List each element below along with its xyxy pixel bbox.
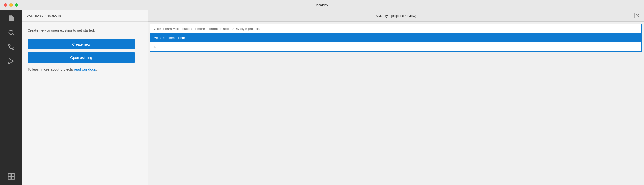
svg-point-3 [12,48,14,50]
sidebar-item-source-control[interactable] [5,40,18,54]
docs-text-before: To learn more about projects [28,67,74,71]
svg-marker-4 [9,59,13,64]
titlebar: localdev [0,0,644,10]
activity-bar [0,10,22,185]
sdk-dialog: SDK-style project (Preview) Yes (Recomme… [148,10,644,185]
svg-point-2 [9,44,10,46]
sdk-dialog-title: SDK-style project (Preview) [158,14,634,18]
sidebar-docs: To learn more about projects read our do… [28,67,160,72]
sidebar-item-search[interactable] [5,26,18,39]
svg-rect-9 [8,177,11,179]
sdk-dropdown-list: Yes (Recommended) No [150,33,641,51]
sidebar-item-extensions[interactable] [5,170,18,183]
svg-rect-8 [11,173,14,176]
open-external-icon[interactable] [634,13,640,18]
maximize-button[interactable] [15,3,18,7]
sidebar-panel: DATABASE PROJECTS Create new or o [22,10,165,185]
main-content: DATABASE PROJECTS Create new or o [22,10,644,185]
traffic-lights [4,3,18,7]
app-body: DATABASE PROJECTS Create new or o [0,10,644,185]
open-existing-button[interactable]: Open existing [28,52,135,63]
svg-rect-10 [11,177,14,179]
sdk-dropdown-container: Yes (Recommended) No [150,24,642,52]
create-new-button[interactable]: Create new [28,39,135,49]
sdk-option-yes[interactable]: Yes (Recommended) [150,33,641,42]
docs-link[interactable]: read our docs [74,67,96,71]
svg-rect-7 [8,173,11,176]
sdk-option-no[interactable]: No [150,42,641,51]
sidebar-item-files[interactable] [5,12,18,25]
close-button[interactable] [4,3,7,7]
sdk-dialog-header: SDK-style project (Preview) [148,10,644,22]
titlebar-title: localdev [316,3,328,7]
svg-line-1 [13,34,14,35]
sidebar-body: Create new or open existing to get start… [22,22,165,78]
sidebar-header-title: DATABASE PROJECTS [27,14,62,17]
sidebar-item-run[interactable] [5,55,18,68]
sidebar-description: Create new or open existing to get start… [28,28,160,33]
svg-point-0 [9,30,13,34]
docs-text-after: . [96,67,97,71]
sidebar-header: DATABASE PROJECTS [22,10,165,22]
minimize-button[interactable] [9,3,13,7]
sdk-dropdown-input[interactable] [150,24,641,33]
